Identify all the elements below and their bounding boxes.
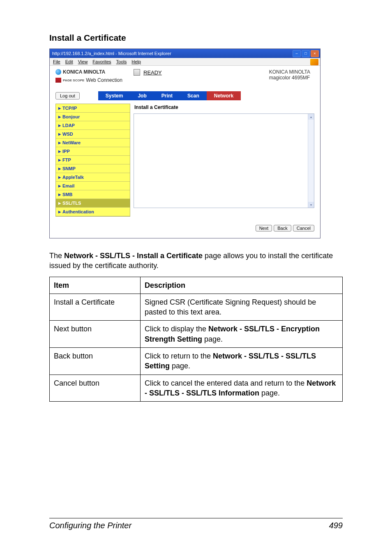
menu-edit[interactable]: Edit — [65, 59, 73, 64]
certificate-textarea[interactable]: ▴ ▾ — [134, 113, 314, 208]
chevron-right-icon: ▶ — [58, 124, 61, 127]
menu-view[interactable]: View — [78, 59, 88, 64]
window-buttons: – □ × — [293, 50, 319, 57]
menu-help[interactable]: Help — [131, 59, 141, 64]
table-row: Next button Click to display the Network… — [50, 321, 343, 348]
chevron-right-icon: ▶ — [58, 167, 61, 171]
model-name: magicolor 4695MF — [269, 75, 310, 81]
cell-desc: Signed CSR (Certificate Signing Request)… — [141, 294, 343, 321]
tab-network[interactable]: Network — [207, 91, 241, 100]
chevron-right-icon: ▶ — [58, 150, 61, 153]
cell-item: Cancel button — [50, 375, 141, 402]
sidebar-item-wsd[interactable]: ▶WSD — [56, 130, 130, 139]
chevron-right-icon: ▶ — [58, 141, 61, 145]
brand-konica-minolta: KONICA MINOLTA — [55, 69, 129, 75]
maximize-icon[interactable]: □ — [302, 50, 310, 57]
cell-item: Install a Certificate — [50, 294, 141, 321]
cell-desc: Click to cancel the entered data and ret… — [141, 375, 343, 402]
sidebar-item-email[interactable]: ▶Email — [56, 182, 130, 190]
sidebar-item-appletalk[interactable]: ▶AppleTalk — [56, 173, 130, 182]
next-button[interactable]: Next — [256, 225, 272, 231]
table-row: Install a Certificate Signed CSR (Certif… — [50, 294, 343, 321]
sidebar-item-authentication[interactable]: ▶Authentication — [56, 208, 130, 216]
ie-logo-icon — [310, 59, 318, 65]
sidebar-item-ftp[interactable]: ▶FTP — [56, 156, 130, 164]
pagescope-text: PAGE SCOPE — [63, 79, 84, 82]
window-titlebar: http://192.168.1.2/a_index.html - Micros… — [50, 49, 320, 58]
chevron-right-icon: ▶ — [58, 158, 61, 162]
minimize-icon[interactable]: – — [293, 50, 301, 57]
brand-web-connection: PAGE SCOPE Web Connection — [55, 77, 129, 83]
sidebar-item-ssltls[interactable]: ▶SSL/TLS — [56, 199, 130, 208]
sidebar-item-ldap[interactable]: ▶LDAP — [56, 121, 130, 130]
cell-item: Back button — [50, 348, 141, 375]
sidebar-item-snmp[interactable]: ▶SNMP — [56, 164, 130, 173]
description-table: Item Description Install a Certificate S… — [49, 277, 343, 402]
scroll-up-icon[interactable]: ▴ — [308, 114, 314, 120]
browser-menubar: File Edit View Favorites Tools Help — [50, 58, 320, 66]
intro-paragraph: The Network - SSL/TLS - Install a Certif… — [49, 251, 343, 271]
footer-title: Configuring the Printer — [49, 521, 131, 530]
sidebar-item-tcpip[interactable]: ▶TCP/IP — [56, 104, 130, 113]
th-item: Item — [50, 277, 141, 294]
tab-system[interactable]: System — [98, 91, 131, 100]
chevron-right-icon: ▶ — [58, 184, 61, 188]
chevron-right-icon: ▶ — [58, 106, 61, 110]
globe-icon — [55, 69, 61, 75]
table-row: Cancel button Click to cancel the entere… — [50, 375, 343, 402]
menu-favorites[interactable]: Favorites — [92, 59, 111, 64]
main-tabs: System Job Print Scan Network — [98, 91, 241, 100]
chevron-right-icon: ▶ — [58, 176, 61, 179]
sidebar-item-ipp[interactable]: ▶IPP — [56, 147, 130, 156]
chevron-right-icon: ▶ — [58, 201, 61, 205]
sidebar-item-netware[interactable]: ▶NetWare — [56, 139, 130, 147]
section-heading: Install a Certificate — [49, 33, 343, 43]
page-footer: Configuring the Printer 499 — [49, 518, 343, 530]
cell-desc: Click to display the Network - SSL/TLS -… — [141, 321, 343, 348]
window-title: http://192.168.1.2/a_index.html - Micros… — [52, 51, 171, 56]
tab-scan[interactable]: Scan — [180, 91, 207, 100]
network-sidebar: ▶TCP/IP ▶Bonjour ▶LDAP ▶WSD ▶NetWare ▶IP… — [55, 104, 130, 217]
menu-tools[interactable]: Tools — [116, 59, 127, 64]
pagescope-icon — [55, 78, 61, 83]
chevron-right-icon: ▶ — [58, 115, 61, 119]
status-ready[interactable]: READY — [143, 69, 162, 76]
tab-job[interactable]: Job — [130, 91, 154, 100]
cancel-button[interactable]: Cancel — [293, 225, 314, 231]
cell-desc: Click to return to the Network - SSL/TLS… — [141, 348, 343, 375]
th-description: Description — [141, 277, 343, 294]
menu-file[interactable]: File — [53, 59, 60, 64]
logout-button[interactable]: Log out — [55, 92, 80, 99]
browser-window: http://192.168.1.2/a_index.html - Micros… — [49, 49, 321, 238]
cell-item: Next button — [50, 321, 141, 348]
scrollbar[interactable]: ▴ ▾ — [308, 114, 314, 208]
back-button[interactable]: Back — [274, 225, 291, 231]
chevron-right-icon: ▶ — [58, 132, 61, 136]
printer-icon — [134, 69, 141, 76]
sidebar-item-smb[interactable]: ▶SMB — [56, 190, 130, 199]
table-row: Back button Click to return to the Netwo… — [50, 348, 343, 375]
model-brand: KONICA MINOLTA — [269, 69, 310, 75]
printer-status: READY — [129, 69, 269, 76]
close-icon[interactable]: × — [311, 50, 319, 57]
footer-page-number: 499 — [329, 521, 343, 530]
chevron-right-icon: ▶ — [58, 210, 61, 214]
chevron-right-icon: ▶ — [58, 193, 61, 197]
scroll-down-icon[interactable]: ▾ — [308, 202, 314, 208]
panel-heading: Install a Certificate — [134, 104, 314, 110]
sidebar-item-bonjour[interactable]: ▶Bonjour — [56, 113, 130, 121]
tab-print[interactable]: Print — [154, 91, 180, 100]
